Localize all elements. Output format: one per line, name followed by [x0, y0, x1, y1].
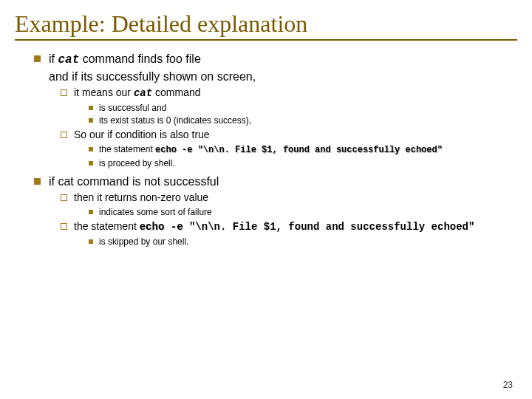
page-number: 23 — [503, 380, 513, 390]
bullet-2-1: then it returns non-zero value — [15, 191, 517, 205]
b1-rest: command finds foo file — [79, 52, 201, 65]
b2s2-prefix: the statement — [74, 220, 140, 232]
page-title: Example: Detailed explanation — [15, 10, 517, 38]
bullet-2-1-a: indicates some sort of failure — [15, 206, 517, 218]
b1s1-prefix: it means our — [74, 86, 134, 98]
bullet-2-3: is skipped by our shell. — [15, 236, 517, 248]
bullet-2: if cat command is not successful — [15, 174, 517, 190]
bullet-1: if cat command finds foo file and if its… — [15, 51, 517, 84]
bullet-1-1: it means our cat command — [15, 86, 517, 100]
bullet-1-1-b: its exist status is 0 (indicates success… — [15, 115, 517, 126]
b1-line2: and if its successfully shown on screen, — [49, 70, 256, 83]
bullet-1-2-a: the statement echo -e "\n\n. File $1, fo… — [15, 143, 517, 156]
b1s2a-prefix: the statement — [99, 144, 155, 154]
b1-cmd: cat — [58, 53, 79, 66]
b2s2-code: echo -e — [140, 221, 189, 233]
b2s2-rest: "\n\n. File $1, found and successfully e… — [189, 221, 474, 233]
slide-body: if cat command finds foo file and if its… — [15, 51, 517, 248]
bullet-1-2: So our if condition is also true — [15, 128, 517, 142]
b1s2a-code: echo -e "\n\n. File $1, found and succes… — [155, 145, 443, 155]
b1s1-rest: command — [152, 86, 200, 98]
b1-prefix: if — [49, 52, 58, 65]
bullet-1-2-b: is proceed by shell. — [15, 157, 517, 169]
title-rule — [15, 39, 517, 41]
bullet-2-2: the statement echo -e "\n\n. File $1, fo… — [15, 219, 517, 234]
bullet-1-1-a: is successful and — [15, 102, 517, 114]
b1s1-cmd: cat — [134, 87, 152, 99]
